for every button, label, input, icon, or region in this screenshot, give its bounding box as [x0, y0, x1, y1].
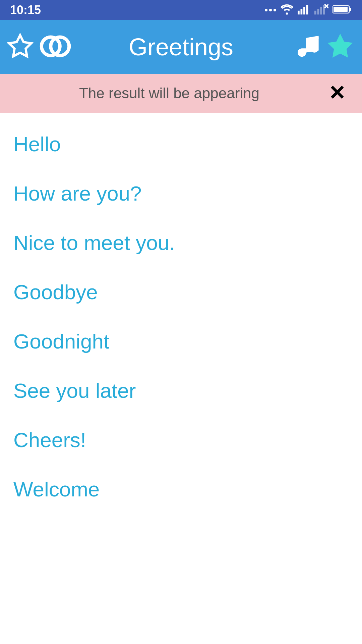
- app-header: Greetings: [0, 20, 362, 74]
- svg-rect-12: [334, 7, 348, 12]
- music-note-icon: [297, 31, 322, 63]
- battery-icon: [333, 5, 352, 15]
- status-icons: [265, 4, 352, 16]
- greetings-list: HelloHow are you?Nice to meet you.Goodby…: [0, 113, 362, 521]
- greeting-item[interactable]: Goodnight: [0, 317, 362, 366]
- star-outline-icon: [7, 33, 34, 61]
- svg-rect-6: [320, 7, 322, 14]
- status-time: 10:15: [10, 3, 41, 17]
- greeting-item[interactable]: Welcome: [0, 465, 362, 514]
- teal-star-icon: [325, 31, 355, 63]
- greeting-item[interactable]: Goodbye: [0, 267, 362, 317]
- header-right-icons: [297, 31, 355, 63]
- signal-icon: [298, 4, 310, 16]
- result-banner: The result will be appearing ✕: [0, 74, 362, 113]
- svg-rect-0: [298, 11, 300, 14]
- svg-rect-2: [303, 7, 305, 14]
- greeting-item[interactable]: See you later: [0, 366, 362, 415]
- svg-rect-7: [323, 5, 325, 15]
- wifi-icon: [280, 4, 294, 16]
- svg-marker-16: [328, 34, 353, 58]
- greeting-item[interactable]: Nice to meet you.: [0, 218, 362, 267]
- page-title: Greetings: [129, 33, 233, 61]
- svg-rect-3: [306, 5, 308, 15]
- svg-marker-13: [9, 35, 32, 56]
- greeting-item[interactable]: Hello: [0, 119, 362, 169]
- greeting-item[interactable]: Cheers!: [0, 415, 362, 465]
- overflow-icon: [265, 9, 276, 11]
- signal-x-icon: [314, 4, 328, 16]
- svg-rect-11: [349, 8, 351, 11]
- banner-text: The result will be appearing: [13, 85, 325, 102]
- greeting-item[interactable]: How are you?: [0, 169, 362, 218]
- close-banner-button[interactable]: ✕: [325, 83, 349, 103]
- header-left-icons: [7, 28, 74, 66]
- svg-rect-1: [301, 9, 303, 14]
- status-bar: 10:15: [0, 0, 362, 20]
- svg-rect-5: [317, 9, 319, 14]
- svg-rect-4: [314, 11, 316, 14]
- logo-icon: [37, 28, 74, 66]
